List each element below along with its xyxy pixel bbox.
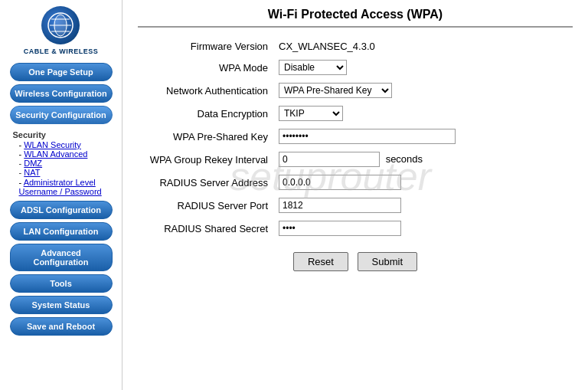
firmware-version-label: Firmware Version <box>138 37 276 56</box>
dmz-link[interactable]: DMZ <box>24 159 42 168</box>
radius-secret-input[interactable] <box>279 221 401 236</box>
radius-port-input[interactable] <box>279 198 401 213</box>
adsl-config-btn[interactable]: ADSL Configuration <box>10 201 113 219</box>
wireless-config-btn[interactable]: Wireless Configuration <box>10 84 113 103</box>
main-content: Wi-Fi Protected Access (WPA) Firmware Ve… <box>122 0 588 390</box>
wpa-mode-row: WPA Mode Disable WPA WPA2 WPA/WPA2 <box>138 56 573 79</box>
radius-secret-label: RADIUS Shared Secret <box>138 217 276 240</box>
wpa-mode-select[interactable]: Disable WPA WPA2 WPA/WPA2 <box>279 60 347 75</box>
wpa-group-rekey-row: WPA Group Rekey Interval seconds <box>138 148 573 171</box>
network-auth-row: Network Authentication WPA Pre-Shared Ke… <box>138 79 573 102</box>
wpa-group-rekey-input[interactable] <box>279 152 380 167</box>
security-config-btn[interactable]: Security Configuration <box>10 106 113 124</box>
page-title: Wi-Fi Protected Access (WPA) <box>138 8 573 28</box>
data-encryption-label: Data Encryption <box>138 102 276 125</box>
logo-area: CABLE & WIRELESS <box>24 6 99 55</box>
nat-link[interactable]: NAT <box>24 168 40 177</box>
system-status-btn[interactable]: System Status <box>10 296 113 314</box>
button-row: Reset Submit <box>138 252 573 271</box>
seconds-label: seconds <box>386 153 423 165</box>
reset-button[interactable]: Reset <box>293 252 348 271</box>
data-encryption-select[interactable]: TKIP AES TKIP+AES <box>279 106 343 121</box>
network-auth-label: Network Authentication <box>138 79 276 102</box>
sidebar: CABLE & WIRELESS One Page Setup Wireless… <box>0 0 122 390</box>
radius-port-row: RADIUS Server Port <box>138 194 573 217</box>
submit-button[interactable]: Submit <box>358 252 417 271</box>
wpa-group-rekey-label: WPA Group Rekey Interval <box>138 148 276 171</box>
settings-form: Firmware Version CX_WLANSEC_4.3.0 WPA Mo… <box>138 37 573 240</box>
wlan-security-link[interactable]: WLAN Security <box>24 140 81 149</box>
wpa-preshared-label: WPA Pre-Shared Key <box>138 125 276 148</box>
admin-level-link[interactable]: Administrator Level Username / Password <box>19 178 102 196</box>
one-page-setup-btn[interactable]: One Page Setup <box>10 63 113 81</box>
radius-server-row: RADIUS Server Address <box>138 171 573 194</box>
data-encryption-row: Data Encryption TKIP AES TKIP+AES <box>138 102 573 125</box>
network-auth-select[interactable]: WPA Pre-Shared Key WPA Enterprise WPA2 P… <box>279 83 392 98</box>
radius-port-label: RADIUS Server Port <box>138 194 276 217</box>
radius-server-input[interactable] <box>279 175 401 190</box>
logo-icon <box>41 6 80 44</box>
save-reboot-btn[interactable]: Save and Reboot <box>10 317 113 336</box>
lan-config-btn[interactable]: LAN Configuration <box>10 222 113 241</box>
firmware-version-row: Firmware Version CX_WLANSEC_4.3.0 <box>138 37 573 56</box>
wpa-preshared-input[interactable] <box>279 129 456 144</box>
security-section-label: Security <box>13 130 46 139</box>
advanced-config-btn[interactable]: Advanced Configuration <box>10 244 113 271</box>
company-name: CABLE & WIRELESS <box>24 48 99 55</box>
wpa-preshared-row: WPA Pre-Shared Key <box>138 125 573 148</box>
wlan-advanced-link[interactable]: WLAN Advanced <box>24 149 87 159</box>
radius-server-label: RADIUS Server Address <box>138 171 276 194</box>
radius-secret-row: RADIUS Shared Secret <box>138 217 573 240</box>
firmware-version-value: CX_WLANSEC_4.3.0 <box>279 41 375 52</box>
tools-btn[interactable]: Tools <box>10 274 113 293</box>
wpa-mode-label: WPA Mode <box>138 56 276 79</box>
